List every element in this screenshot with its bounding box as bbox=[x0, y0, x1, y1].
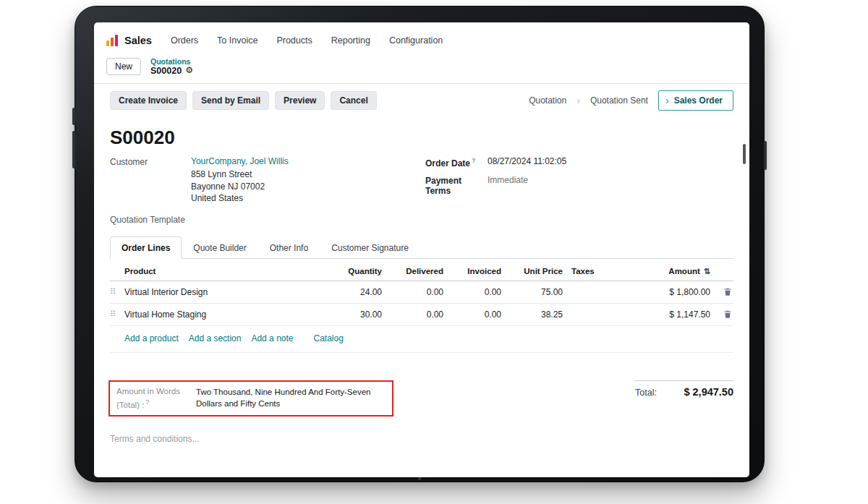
status-step-sales-order[interactable]: › Sales Order bbox=[658, 90, 733, 111]
cell-quantity[interactable]: 24.00 bbox=[318, 287, 383, 297]
cell-unit-price[interactable]: 38.25 bbox=[503, 309, 564, 320]
amount-in-words-value: Two Thousand, Nine Hundred And Forty-Sev… bbox=[196, 386, 386, 411]
cell-delivered[interactable]: 0.00 bbox=[383, 287, 445, 297]
cell-quantity[interactable]: 30.00 bbox=[318, 309, 383, 320]
create-invoice-button[interactable]: Create Invoice bbox=[110, 91, 187, 110]
breadcrumb-current: S00020 bbox=[150, 66, 182, 76]
order-date-value[interactable]: 08/27/2024 11:02:05 bbox=[488, 156, 566, 168]
cancel-button[interactable]: Cancel bbox=[331, 91, 376, 110]
nav-item-orders[interactable]: Orders bbox=[171, 35, 198, 46]
nav-menu: Orders To Invoice Products Reporting Con… bbox=[171, 35, 443, 46]
amount-in-words-highlight: Amount in Words (Total) :? Two Thousand,… bbox=[109, 380, 393, 417]
amount-in-words-label: Amount in Words (Total) :? bbox=[116, 386, 187, 411]
total-box: Total: $ 2,947.50 bbox=[635, 380, 733, 398]
status-step-label: Sales Order bbox=[674, 95, 723, 106]
chevron-right-icon: › bbox=[665, 95, 669, 106]
volume-down-button bbox=[72, 131, 75, 168]
form-sheet: S00020 Customer YourCompany, Joel Willis… bbox=[94, 127, 749, 443]
total-value: $ 2,947.50 bbox=[684, 386, 733, 398]
col-taxes[interactable]: Taxes bbox=[564, 267, 651, 276]
add-section-link[interactable]: Add a section bbox=[189, 333, 242, 343]
gear-icon[interactable]: ⚙ bbox=[185, 66, 193, 76]
tablet-frame: Sales Orders To Invoice Products Reporti… bbox=[75, 6, 765, 482]
cell-invoiced[interactable]: 0.00 bbox=[445, 287, 503, 297]
action-buttons: Create Invoice Send by Email Preview Can… bbox=[110, 91, 377, 110]
total-label: Total: bbox=[635, 388, 657, 398]
help-icon[interactable]: ? bbox=[145, 398, 149, 406]
drag-handle-icon[interactable]: ⠿ bbox=[110, 287, 124, 296]
customer-address-line-2: Bayonne NJ 07002 bbox=[191, 181, 289, 193]
col-quantity[interactable]: Quantity bbox=[318, 267, 383, 276]
tab-customer-signature[interactable]: Customer Signature bbox=[320, 236, 420, 259]
customer-address-line-3: United States bbox=[191, 192, 289, 205]
nav-item-reporting[interactable]: Reporting bbox=[331, 35, 370, 46]
control-panel: New Quotations S00020 ⚙ bbox=[94, 54, 749, 83]
status-step-quotation-sent[interactable]: Quotation Sent bbox=[587, 92, 651, 109]
new-button[interactable]: New bbox=[106, 58, 141, 75]
terms-placeholder[interactable]: Terms and conditions... bbox=[110, 434, 733, 444]
col-amount[interactable]: Amount ⇅ bbox=[651, 267, 712, 276]
sort-icon[interactable]: ⇅ bbox=[704, 267, 710, 276]
payment-terms-value[interactable]: Immediate bbox=[488, 175, 528, 196]
order-line-row-1: ⠿ Virtual Interior Design 24.00 0.00 0.0… bbox=[110, 281, 733, 304]
action-row: Create Invoice Send by Email Preview Can… bbox=[94, 84, 749, 116]
cell-amount: $ 1,800.00 bbox=[651, 287, 712, 297]
scrollbar-thumb[interactable] bbox=[743, 144, 746, 164]
customer-label: Customer bbox=[110, 156, 191, 205]
col-invoiced[interactable]: Invoiced bbox=[445, 267, 503, 276]
tab-quote-builder[interactable]: Quote Builder bbox=[182, 236, 258, 259]
col-delivered[interactable]: Delivered bbox=[383, 267, 445, 276]
order-date-label: Order Date? bbox=[425, 156, 488, 168]
camera-dot bbox=[418, 477, 421, 480]
app-name: Sales bbox=[124, 35, 152, 46]
drag-handle-icon[interactable]: ⠿ bbox=[110, 309, 124, 319]
sales-app-icon bbox=[106, 35, 119, 46]
table-header-row: Product Quantity Delivered Invoiced Unit… bbox=[110, 263, 733, 281]
app-brand[interactable]: Sales bbox=[106, 35, 152, 46]
catalog-link[interactable]: Catalog bbox=[314, 333, 344, 343]
tab-order-lines[interactable]: Order Lines bbox=[110, 236, 182, 259]
delete-row-button[interactable] bbox=[712, 287, 733, 296]
trash-icon bbox=[723, 309, 732, 319]
totals-row: Amount in Words (Total) :? Two Thousand,… bbox=[110, 380, 733, 417]
col-product[interactable]: Product bbox=[124, 267, 318, 276]
add-product-link[interactable]: Add a product bbox=[124, 333, 179, 343]
status-step-quotation[interactable]: Quotation bbox=[526, 92, 569, 109]
order-line-row-2: ⠿ Virtual Home Staging 30.00 0.00 0.00 3… bbox=[110, 304, 733, 326]
breadcrumb-parent[interactable]: Quotations bbox=[150, 57, 193, 66]
power-button bbox=[764, 141, 767, 170]
preview-button[interactable]: Preview bbox=[275, 91, 325, 110]
cell-product[interactable]: Virtual Interior Design bbox=[124, 287, 318, 297]
top-navbar: Sales Orders To Invoice Products Reporti… bbox=[94, 22, 749, 54]
record-title: S00020 bbox=[110, 127, 733, 149]
statusbar: Quotation › Quotation Sent › Sales Order bbox=[526, 90, 733, 111]
cell-invoiced[interactable]: 0.00 bbox=[445, 309, 503, 320]
cell-unit-price[interactable]: 75.00 bbox=[503, 287, 564, 297]
volume-up-button bbox=[72, 108, 75, 125]
nav-item-products[interactable]: Products bbox=[276, 35, 312, 46]
tab-other-info[interactable]: Other Info bbox=[258, 236, 320, 259]
payment-terms-label: Payment Terms bbox=[425, 175, 488, 196]
customer-link[interactable]: YourCompany, Joel Willis bbox=[191, 156, 289, 166]
customer-address-line-1: 858 Lynn Street bbox=[191, 168, 289, 181]
cell-product[interactable]: Virtual Home Staging bbox=[124, 309, 318, 320]
nav-item-configuration[interactable]: Configuration bbox=[389, 35, 443, 46]
delete-row-button[interactable] bbox=[712, 309, 733, 319]
trash-icon bbox=[723, 287, 732, 296]
col-unit-price[interactable]: Unit Price bbox=[503, 267, 564, 276]
cell-delivered[interactable]: 0.00 bbox=[383, 309, 445, 320]
add-note-link[interactable]: Add a note bbox=[251, 333, 293, 343]
breadcrumb: Quotations S00020 ⚙ bbox=[150, 57, 193, 76]
order-lines-table: Product Quantity Delivered Invoiced Unit… bbox=[110, 263, 733, 353]
notebook-tabs: Order Lines Quote Builder Other Info Cus… bbox=[110, 236, 733, 259]
help-icon[interactable]: ? bbox=[472, 157, 476, 164]
field-group: Customer YourCompany, Joel Willis 858 Ly… bbox=[110, 156, 733, 225]
send-by-email-button[interactable]: Send by Email bbox=[192, 91, 269, 110]
nav-item-to-invoice[interactable]: To Invoice bbox=[217, 35, 258, 46]
line-actions: Add a product Add a section Add a note C… bbox=[110, 326, 733, 353]
quotation-template-label[interactable]: Quotation Template bbox=[110, 214, 185, 225]
cell-amount: $ 1,147.50 bbox=[651, 309, 712, 320]
screen: Sales Orders To Invoice Products Reporti… bbox=[94, 22, 749, 477]
chevron-right-icon: › bbox=[576, 95, 580, 106]
